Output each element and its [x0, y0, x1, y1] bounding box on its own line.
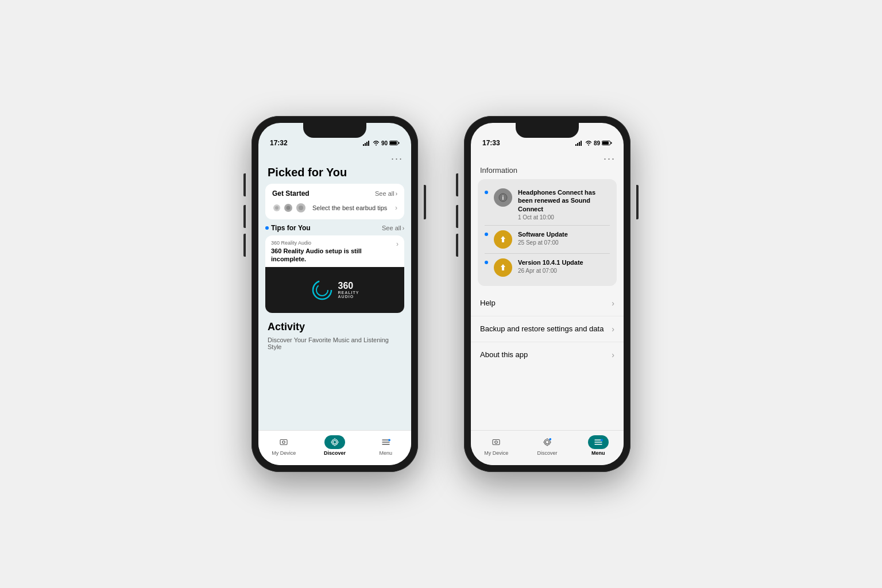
svg-point-43: [495, 442, 496, 442]
svg-point-17: [283, 441, 285, 444]
menu-backup-chevron: ›: [612, 324, 614, 334]
menu-help-chevron: ›: [612, 299, 614, 308]
more-menu-1[interactable]: ···: [258, 150, 411, 165]
bottom-nav-1: My Device Discover: [258, 430, 411, 465]
svg-point-44: [546, 440, 549, 444]
nav-discover-1[interactable]: Discover: [310, 435, 361, 456]
svg-rect-3: [368, 141, 369, 146]
info-icon-3: [494, 258, 512, 277]
info-item-3[interactable]: Version 10.4.1 Update 26 Apr at 07:00: [478, 254, 617, 281]
svg-marker-39: [501, 236, 505, 242]
menu-icon-2: [593, 437, 604, 447]
svg-point-54: [601, 439, 603, 441]
signal-icon-2: [575, 140, 583, 146]
nav-my-device-icon-wrap-2: [486, 435, 506, 449]
reality-chevron: ›: [396, 240, 399, 248]
svg-point-13: [299, 206, 303, 210]
svg-text:i: i: [502, 195, 504, 201]
activity-section: Activity Discover Your Favorite Music an…: [258, 316, 411, 353]
nav-discover-2[interactable]: Discover: [522, 435, 573, 456]
earbud-chevron: ›: [395, 204, 397, 212]
info-symbol-2: [498, 235, 508, 244]
nav-menu-icon-wrap-1: [376, 435, 396, 449]
svg-point-28: [388, 439, 390, 441]
nav-my-device-2[interactable]: My Device: [471, 435, 522, 456]
svg-rect-36: [602, 142, 609, 145]
info-item-1[interactable]: i Headphones Connect has been renewed as…: [478, 184, 617, 225]
get-started-label: Get Started: [272, 189, 310, 198]
nav-menu-label-1: Menu: [379, 450, 392, 456]
bottom-nav-2: My Device Discover: [471, 430, 624, 465]
info-date-3: 26 Apr at 07:00: [518, 268, 610, 274]
svg-rect-41: [493, 440, 500, 445]
svg-point-45: [544, 439, 551, 446]
info-title-2: Software Update: [518, 230, 610, 238]
nav-menu-2[interactable]: Menu: [572, 435, 624, 456]
battery-label-2: 89: [594, 140, 600, 146]
get-started-see-all[interactable]: See all ›: [375, 190, 397, 197]
reality-ring-icon: [311, 278, 334, 301]
menu-backup[interactable]: Backup and restore settings and data ›: [471, 316, 624, 342]
nav-discover-icon-wrap-2: [537, 435, 558, 449]
menu-help[interactable]: Help ›: [471, 291, 624, 316]
info-title-1: Headphones Connect has been renewed as S…: [518, 188, 610, 213]
information-label: Information: [471, 166, 624, 179]
menu-about[interactable]: About this app ›: [471, 342, 624, 368]
reality-title: 360 Reality Audio setup is still incompl…: [271, 247, 396, 264]
svg-point-4: [376, 145, 377, 146]
earbud-tips-row[interactable]: Select the best earbud tips ›: [272, 202, 397, 214]
info-date-1: 1 Oct at 10:00: [518, 214, 610, 220]
menu-about-label: About this app: [480, 350, 528, 359]
reality-sub-label: 360 Reality Audio: [271, 240, 396, 246]
picked-for-you-title: Picked for You: [258, 165, 411, 184]
svg-point-14: [313, 281, 331, 299]
svg-point-18: [283, 442, 283, 442]
info-cards-container: i Headphones Connect has been renewed as…: [478, 179, 617, 286]
nav-menu-label-2: Menu: [591, 450, 605, 456]
menu-icon-1: [381, 437, 391, 447]
tips-dot: [265, 226, 269, 230]
menu-help-label: Help: [480, 299, 496, 307]
status-time-2: 17:33: [482, 139, 500, 147]
reality-image: 360 REALITY AUDIO: [265, 267, 404, 313]
nav-menu-1[interactable]: Menu: [360, 435, 411, 456]
info-dot-2: [485, 233, 488, 236]
more-menu-2[interactable]: ···: [471, 150, 624, 166]
status-icons-1: 90: [363, 140, 400, 146]
svg-rect-31: [579, 142, 580, 146]
battery-icon-1: [389, 140, 400, 146]
tips-section: Tips for You See all › 360 Reality Audio…: [265, 224, 404, 313]
discover-icon-2: [542, 437, 552, 447]
svg-rect-16: [280, 440, 287, 445]
info-symbol-1: i: [498, 193, 508, 202]
nav-discover-label-2: Discover: [537, 450, 558, 456]
svg-marker-40: [501, 264, 505, 270]
info-icon-1: i: [494, 188, 512, 207]
svg-point-15: [316, 284, 328, 296]
nav-my-device-1[interactable]: My Device: [258, 435, 310, 456]
reality-logo-text: 360 REALITY AUDIO: [338, 281, 359, 299]
info-item-2[interactable]: Software Update 25 Sep at 07:00: [478, 226, 617, 253]
info-title-3: Version 10.4.1 Update: [518, 258, 610, 266]
earbud-size-icons: [272, 202, 307, 214]
svg-rect-2: [366, 142, 368, 146]
svg-point-19: [333, 440, 336, 444]
info-date-2: 25 Sep at 07:00: [518, 239, 610, 246]
activity-description: Discover Your Favorite Music and Listeni…: [268, 336, 402, 350]
tips-see-all[interactable]: See all ›: [382, 225, 404, 231]
svg-rect-30: [577, 143, 578, 146]
info-dot-3: [485, 261, 488, 264]
earbud-tips-label: Select the best earbud tips: [312, 204, 389, 211]
reality-audio-card[interactable]: 360 Reality Audio 360 Reality Audio setu…: [265, 235, 404, 313]
svg-rect-1: [365, 143, 366, 146]
svg-rect-7: [390, 142, 397, 145]
svg-point-50: [549, 438, 551, 440]
nav-discover-icon-wrap-1: [324, 435, 345, 449]
my-device-icon-1: [278, 437, 289, 447]
svg-rect-32: [581, 141, 582, 146]
home-indicator-2: [524, 465, 570, 467]
svg-point-20: [332, 439, 338, 446]
svg-point-33: [588, 145, 589, 146]
home-indicator-1: [312, 465, 358, 467]
svg-rect-6: [399, 142, 400, 144]
